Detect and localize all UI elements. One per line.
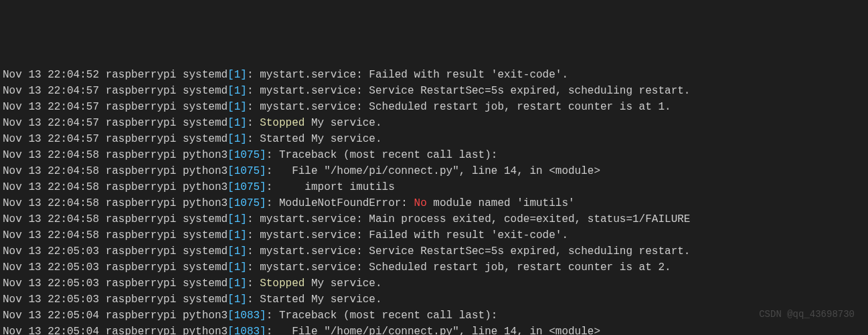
log-colon: : (247, 213, 260, 225)
log-process: systemd (183, 245, 228, 257)
log-highlight: Stopped (260, 117, 305, 129)
log-timestamp: Nov 13 22:04:57 (3, 133, 99, 145)
log-host: raspberrypi (106, 165, 177, 177)
log-line: Nov 13 22:05:04 raspberrypi python3[1083… (3, 324, 865, 335)
bracket-open: [ (228, 85, 234, 97)
log-process: python3 (183, 165, 228, 177)
log-process: systemd (183, 133, 228, 145)
log-line: Nov 13 22:05:03 raspberrypi systemd[1]: … (3, 259, 865, 275)
log-pid: 1075 (234, 149, 260, 161)
terminal-output: Nov 13 22:04:52 raspberrypi systemd[1]: … (3, 67, 865, 335)
bracket-close: ] (260, 165, 266, 177)
bracket-open: [ (228, 229, 234, 241)
bracket-open: [ (228, 245, 234, 257)
log-line: Nov 13 22:05:03 raspberrypi systemd[1]: … (3, 275, 865, 292)
bracket-close: ] (240, 277, 247, 290)
bracket-close: ] (240, 85, 247, 97)
watermark-text: CSDN @qq_43698730 (759, 308, 855, 322)
log-line: Nov 13 22:04:52 raspberrypi systemd[1]: … (3, 67, 865, 83)
bracket-close: ] (260, 310, 266, 322)
log-host: raspberrypi (106, 85, 177, 97)
log-process: systemd (183, 277, 228, 290)
log-colon: : (266, 326, 279, 335)
log-message: Traceback (most recent call last): (279, 149, 497, 161)
bracket-open: [ (228, 261, 234, 273)
log-message: Started My service. (260, 294, 381, 306)
log-process: systemd (183, 85, 228, 97)
log-timestamp: Nov 13 22:05:04 (3, 326, 99, 335)
log-process: python3 (183, 181, 228, 193)
log-host: raspberrypi (106, 213, 177, 225)
log-timestamp: Nov 13 22:04:58 (3, 165, 99, 177)
log-message: mystart.service: Scheduled restart job, … (260, 261, 671, 273)
log-pid: 1 (234, 261, 241, 273)
log-timestamp: Nov 13 22:04:57 (3, 117, 99, 129)
log-pid: 1083 (234, 326, 260, 335)
bracket-open: [ (228, 69, 234, 81)
log-host: raspberrypi (106, 229, 177, 241)
log-colon: : (266, 165, 279, 177)
log-process: python3 (183, 197, 228, 209)
log-line: Nov 13 22:05:04 raspberrypi python3[1083… (3, 308, 865, 324)
bracket-open: [ (228, 326, 234, 335)
log-pid: 1075 (234, 197, 260, 209)
bracket-close: ] (260, 181, 266, 193)
log-pid: 1 (234, 117, 241, 129)
log-timestamp: Nov 13 22:04:52 (3, 69, 99, 81)
bracket-close: ] (240, 245, 247, 257)
log-timestamp: Nov 13 22:04:58 (3, 181, 99, 193)
log-colon: : (247, 101, 260, 113)
bracket-close: ] (260, 326, 266, 335)
log-message: Traceback (most recent call last): (279, 310, 497, 322)
log-pid: 1 (234, 85, 241, 97)
log-pid: 1 (234, 101, 241, 113)
bracket-open: [ (228, 277, 234, 290)
log-process: systemd (183, 294, 228, 306)
log-timestamp: Nov 13 22:05:03 (3, 261, 99, 273)
log-message: mystart.service: Main process exited, co… (260, 213, 690, 225)
log-pid: 1075 (234, 181, 260, 193)
log-line: Nov 13 22:05:03 raspberrypi systemd[1]: … (3, 243, 865, 259)
bracket-close: ] (240, 229, 247, 241)
log-host: raspberrypi (106, 261, 177, 273)
log-host: raspberrypi (106, 197, 177, 209)
log-pid: 1 (234, 277, 241, 290)
bracket-close: ] (240, 117, 247, 129)
log-host: raspberrypi (106, 294, 177, 306)
bracket-open: [ (228, 149, 234, 161)
log-pid: 1 (234, 245, 241, 257)
log-colon: : (247, 229, 260, 241)
bracket-open: [ (228, 133, 234, 145)
bracket-close: ] (240, 69, 247, 81)
log-line: Nov 13 22:04:58 raspberrypi systemd[1]: … (3, 227, 865, 243)
log-host: raspberrypi (106, 101, 177, 113)
log-pid: 1 (234, 133, 241, 145)
log-colon: : (266, 197, 279, 209)
bracket-close: ] (240, 261, 247, 273)
log-host: raspberrypi (106, 117, 177, 129)
log-message: Started My service. (260, 133, 381, 145)
bracket-open: [ (228, 213, 234, 225)
log-line: Nov 13 22:04:57 raspberrypi systemd[1]: … (3, 131, 865, 147)
log-timestamp: Nov 13 22:04:58 (3, 197, 99, 209)
log-line: Nov 13 22:05:03 raspberrypi systemd[1]: … (3, 292, 865, 308)
bracket-close: ] (260, 149, 266, 161)
log-process: python3 (183, 326, 228, 335)
log-host: raspberrypi (106, 326, 177, 335)
log-host: raspberrypi (106, 245, 177, 257)
log-highlight: No (414, 197, 427, 209)
log-process: systemd (183, 117, 228, 129)
log-message: import imutils (279, 181, 395, 193)
log-pid: 1075 (234, 165, 260, 177)
log-message: mystart.service: Scheduled restart job, … (260, 101, 671, 113)
log-highlight: Stopped (260, 277, 305, 290)
log-message-pre: ModuleNotFoundError: (279, 197, 414, 209)
log-process: python3 (183, 149, 228, 161)
log-timestamp: Nov 13 22:04:58 (3, 229, 99, 241)
log-message: File "/home/pi/connect.py", line 14, in … (279, 165, 600, 177)
bracket-open: [ (228, 117, 234, 129)
log-timestamp: Nov 13 22:05:03 (3, 277, 99, 290)
log-line: Nov 13 22:04:58 raspberrypi systemd[1]: … (3, 211, 865, 227)
bracket-open: [ (228, 101, 234, 113)
log-timestamp: Nov 13 22:04:58 (3, 213, 99, 225)
